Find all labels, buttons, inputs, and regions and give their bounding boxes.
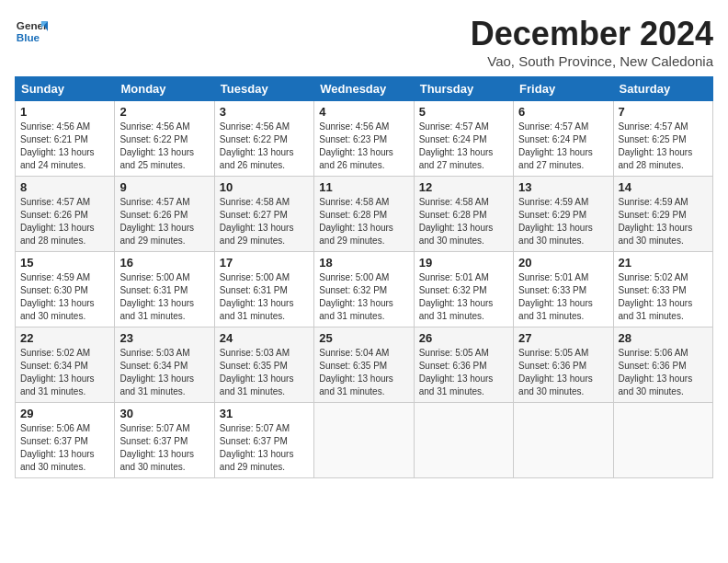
calendar-cell: 29 Sunrise: 5:06 AMSunset: 6:37 PMDaylig… [16,403,115,478]
week-row-5: 29 Sunrise: 5:06 AMSunset: 6:37 PMDaylig… [16,403,713,478]
calendar-cell: 12 Sunrise: 4:58 AMSunset: 6:28 PMDaylig… [414,177,513,252]
day-number: 11 [319,180,408,194]
calendar-cell: 20 Sunrise: 5:01 AMSunset: 6:33 PMDaylig… [514,252,613,327]
calendar-cell: 22 Sunrise: 5:02 AMSunset: 6:34 PMDaylig… [16,327,115,403]
calendar-cell: 9 Sunrise: 4:57 AMSunset: 6:26 PMDayligh… [115,177,214,252]
day-number: 20 [518,256,608,270]
day-number: 6 [518,105,608,119]
day-info: Sunrise: 5:03 AMSunset: 6:34 PMDaylight:… [119,348,194,396]
day-number: 19 [419,256,508,270]
calendar-cell: 17 Sunrise: 5:00 AMSunset: 6:31 PMDaylig… [214,252,313,327]
tuesday-header: Tuesday [214,77,313,101]
wednesday-header: Wednesday [314,77,414,101]
day-info: Sunrise: 4:58 AMSunset: 6:28 PMDaylight:… [419,197,494,246]
day-info: Sunrise: 5:00 AMSunset: 6:32 PMDaylight:… [319,272,393,321]
day-number: 10 [220,180,309,194]
calendar-cell: 3 Sunrise: 4:56 AMSunset: 6:22 PMDayligh… [214,101,313,177]
day-info: Sunrise: 5:07 AMSunset: 6:37 PMDaylight:… [119,423,194,472]
day-info: Sunrise: 4:57 AMSunset: 6:25 PMDaylight:… [619,121,693,170]
day-info: Sunrise: 5:01 AMSunset: 6:32 PMDaylight:… [419,272,494,321]
day-info: Sunrise: 4:56 AMSunset: 6:21 PMDaylight:… [20,121,95,170]
calendar-cell: 13 Sunrise: 4:59 AMSunset: 6:29 PMDaylig… [514,177,613,252]
location: Vao, South Province, New Caledonia [471,53,713,69]
day-number: 3 [220,105,309,119]
day-info: Sunrise: 4:56 AMSunset: 6:22 PMDaylight:… [119,121,194,170]
calendar-cell: 4 Sunrise: 4:56 AMSunset: 6:23 PMDayligh… [314,101,414,177]
day-number: 31 [220,407,309,420]
day-number: 27 [518,331,608,345]
day-number: 9 [119,180,209,194]
day-info: Sunrise: 4:56 AMSunset: 6:22 PMDaylight:… [220,121,294,170]
day-info: Sunrise: 5:00 AMSunset: 6:31 PMDaylight:… [119,272,194,321]
calendar-cell: 6 Sunrise: 4:57 AMSunset: 6:24 PMDayligh… [514,101,613,177]
day-number: 2 [119,105,209,119]
day-info: Sunrise: 4:58 AMSunset: 6:28 PMDaylight:… [319,197,393,246]
day-info: Sunrise: 4:58 AMSunset: 6:27 PMDaylight:… [220,197,294,246]
day-number: 21 [619,256,708,270]
day-info: Sunrise: 4:57 AMSunset: 6:26 PMDaylight:… [119,197,194,246]
day-number: 23 [119,331,209,345]
calendar-cell: 30 Sunrise: 5:07 AMSunset: 6:37 PMDaylig… [115,403,214,478]
day-info: Sunrise: 4:59 AMSunset: 6:30 PMDaylight:… [20,272,95,321]
day-number: 5 [419,105,508,119]
calendar-cell: 10 Sunrise: 4:58 AMSunset: 6:27 PMDaylig… [214,177,313,252]
day-info: Sunrise: 5:02 AMSunset: 6:33 PMDaylight:… [619,272,693,321]
calendar-cell: 8 Sunrise: 4:57 AMSunset: 6:26 PMDayligh… [16,177,115,252]
day-number: 4 [319,105,408,119]
day-info: Sunrise: 5:01 AMSunset: 6:33 PMDaylight:… [518,272,593,321]
day-number: 22 [20,331,109,345]
calendar-cell [514,403,613,478]
logo: General Blue [15,15,48,48]
day-number: 18 [319,256,408,270]
day-number: 24 [220,331,309,345]
thursday-header: Thursday [414,77,513,101]
saturday-header: Saturday [613,77,712,101]
day-info: Sunrise: 5:05 AMSunset: 6:36 PMDaylight:… [419,348,494,396]
calendar-cell: 26 Sunrise: 5:05 AMSunset: 6:36 PMDaylig… [414,327,513,403]
day-number: 8 [20,180,109,194]
day-number: 12 [419,180,508,194]
calendar-cell: 5 Sunrise: 4:57 AMSunset: 6:24 PMDayligh… [414,101,513,177]
day-info: Sunrise: 5:02 AMSunset: 6:34 PMDaylight:… [20,348,95,396]
day-number: 1 [20,105,109,119]
day-number: 17 [220,256,309,270]
calendar-cell: 16 Sunrise: 5:00 AMSunset: 6:31 PMDaylig… [115,252,214,327]
week-row-4: 22 Sunrise: 5:02 AMSunset: 6:34 PMDaylig… [16,327,713,403]
calendar-cell: 15 Sunrise: 4:59 AMSunset: 6:30 PMDaylig… [16,252,115,327]
calendar-cell: 2 Sunrise: 4:56 AMSunset: 6:22 PMDayligh… [115,101,214,177]
week-row-1: 1 Sunrise: 4:56 AMSunset: 6:21 PMDayligh… [16,101,713,177]
day-number: 25 [319,331,408,345]
day-number: 29 [20,407,109,420]
day-number: 26 [419,331,508,345]
day-info: Sunrise: 5:06 AMSunset: 6:37 PMDaylight:… [20,423,95,472]
day-number: 7 [619,105,708,119]
calendar-cell: 7 Sunrise: 4:57 AMSunset: 6:25 PMDayligh… [613,101,712,177]
calendar-cell: 19 Sunrise: 5:01 AMSunset: 6:32 PMDaylig… [414,252,513,327]
day-info: Sunrise: 5:06 AMSunset: 6:36 PMDaylight:… [619,348,693,396]
calendar-cell: 11 Sunrise: 4:58 AMSunset: 6:28 PMDaylig… [314,177,414,252]
calendar-cell [613,403,712,478]
week-row-3: 15 Sunrise: 4:59 AMSunset: 6:30 PMDaylig… [16,252,713,327]
calendar-cell: 18 Sunrise: 5:00 AMSunset: 6:32 PMDaylig… [314,252,414,327]
calendar-cell [414,403,513,478]
title-section: December 2024 Vao, South Province, New C… [471,15,713,69]
calendar-table: Sunday Monday Tuesday Wednesday Thursday… [15,76,713,478]
day-info: Sunrise: 5:03 AMSunset: 6:35 PMDaylight:… [220,348,294,396]
day-info: Sunrise: 5:07 AMSunset: 6:37 PMDaylight:… [220,423,294,472]
day-info: Sunrise: 5:04 AMSunset: 6:35 PMDaylight:… [319,348,393,396]
day-number: 28 [619,331,708,345]
page-header: General Blue December 2024 Vao, South Pr… [15,15,713,69]
calendar-cell [314,403,414,478]
week-row-2: 8 Sunrise: 4:57 AMSunset: 6:26 PMDayligh… [16,177,713,252]
calendar-cell: 1 Sunrise: 4:56 AMSunset: 6:21 PMDayligh… [16,101,115,177]
day-number: 16 [119,256,209,270]
day-info: Sunrise: 4:59 AMSunset: 6:29 PMDaylight:… [619,197,693,246]
day-number: 14 [619,180,708,194]
day-number: 13 [518,180,608,194]
friday-header: Friday [514,77,613,101]
calendar-cell: 24 Sunrise: 5:03 AMSunset: 6:35 PMDaylig… [214,327,313,403]
day-info: Sunrise: 5:00 AMSunset: 6:31 PMDaylight:… [220,272,294,321]
calendar-cell: 21 Sunrise: 5:02 AMSunset: 6:33 PMDaylig… [613,252,712,327]
day-number: 15 [20,256,109,270]
day-number: 30 [119,407,209,420]
